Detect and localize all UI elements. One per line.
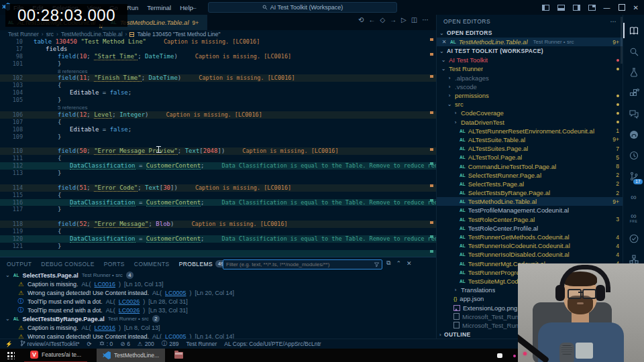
line-number[interactable] [0, 177, 30, 184]
open-in-editor-icon[interactable]: ⧉ [386, 259, 390, 267]
tree-item[interactable]: ⌄AI Test Toolkit [437, 56, 623, 64]
line-number[interactable]: 121 [0, 243, 30, 250]
breadcrumb-part[interactable]: TestMethodLine.Table.al [61, 31, 123, 38]
panel-tab-problems[interactable]: PROBLEMS495 [179, 260, 229, 267]
tree-item[interactable]: ALALTestSuite.Table.al9+ [437, 135, 623, 144]
line-number[interactable] [0, 213, 30, 221]
activity-source-control-icon[interactable]: 17 [623, 166, 644, 186]
line-number[interactable]: 114 [0, 184, 30, 192]
code-line[interactable]: 17fields [0, 46, 436, 53]
line-number[interactable]: 10 [0, 38, 30, 46]
minimize-icon[interactable]: — [604, 4, 610, 11]
sidebar-more-icon[interactable]: ⋯ [610, 18, 617, 25]
code-line[interactable]: 118field(52; "Error Message"; Blob)Capti… [0, 221, 436, 228]
activity-test-flask-icon[interactable] [623, 62, 644, 82]
line-number[interactable]: 112 [0, 162, 30, 170]
tree-item[interactable]: ALTestMethodLine.Table.al9+ [437, 197, 623, 206]
more-actions-icon[interactable]: ⋯ [422, 16, 429, 23]
next-change-icon[interactable]: → [390, 16, 396, 23]
tree-item[interactable]: ›DataDrivenTest [437, 118, 623, 127]
problem-item[interactable]: ⚠Wrong casing detected! Use Content inst… [0, 288, 436, 297]
split-editor-icon[interactable]: ◫ [411, 16, 417, 23]
code-line[interactable]: 116DataClassification = CustomerContent;… [0, 199, 436, 206]
tree-item[interactable]: ALTestRoleCenter.Profile.al [437, 224, 623, 233]
tree-item[interactable]: ALALTestRunnerResetEnvironment.Codeunit.… [437, 127, 623, 135]
line-number[interactable]: 109 [0, 133, 30, 141]
tree-item[interactable]: ALTestProfileManagement.Codeunit.al [437, 206, 623, 215]
problems-filter-input[interactable] [223, 261, 372, 267]
breadcrumb-part[interactable]: src [46, 31, 54, 38]
code-line[interactable] [0, 140, 436, 147]
open-editors-section-header[interactable]: ⌄ OPEN EDITORS [437, 28, 623, 38]
line-number[interactable]: 111 [0, 155, 30, 162]
tree-item[interactable]: ⌄Test Runner [437, 64, 623, 73]
activity-pipelines-fre-icon[interactable]: ∞FRE [623, 207, 644, 228]
filter-icon[interactable] [374, 261, 380, 267]
problem-item[interactable]: ⓘToolTip must end with a dot.AL(LC0026)[… [0, 306, 436, 314]
run-icon[interactable]: ▷ [401, 16, 407, 23]
activity-extensions-icon[interactable] [623, 82, 644, 103]
history-icon[interactable]: ⟲ [358, 16, 364, 23]
tree-item[interactable]: ALTestRunnerIsolDisabled.Codeunit.al4 [437, 250, 623, 259]
problems-filter[interactable] [223, 259, 382, 269]
tree-item[interactable]: ALTestRoleCenter.Page.al3 [437, 215, 623, 224]
code-line[interactable]: 111{ [0, 155, 436, 162]
activity-explorer-icon[interactable] [623, 20, 644, 41]
activity-pipelines-icon[interactable]: ∞ [623, 186, 644, 207]
code-line[interactable]: 101} [0, 60, 436, 68]
codelens-references[interactable]: 8 references [58, 68, 87, 74]
problem-item[interactable]: ⓘToolTip must end with a dot.AL(LC0026)[… [0, 297, 436, 306]
close-icon[interactable]: ✕ [441, 39, 447, 45]
code-line[interactable]: 103{ [0, 82, 436, 89]
problem-code-link[interactable]: LC0026 [119, 298, 140, 305]
code-line[interactable]: 102field(11; "Finish Time"; DateTime)Cap… [0, 74, 436, 82]
panel-tab-debug-console[interactable]: DEBUG CONSOLE [41, 261, 94, 267]
code-line[interactable]: 119{ [0, 228, 436, 235]
prev-change-icon[interactable]: ← [368, 16, 375, 23]
code-line[interactable]: 10table 130450 "Test Method Line"Caption… [0, 38, 436, 46]
open-change-icon[interactable]: ◇ [380, 16, 385, 23]
status-problems-warnings[interactable]: ⚠200 [138, 341, 154, 347]
tree-item[interactable]: ALTestRunnerIsolCodeunit.Codeunit.al4 [437, 241, 623, 250]
line-number[interactable]: 118 [0, 221, 30, 228]
breadcrumb-symbol[interactable]: Table 130450 "Test Method Line" [137, 31, 220, 38]
line-number[interactable]: 108 [0, 126, 30, 133]
tree-item[interactable]: ›permissions [437, 91, 623, 100]
line-number[interactable] [0, 68, 30, 75]
problem-group-header[interactable]: ⌄ALSelectTestsByRange.Page.alTest Runner… [0, 314, 436, 323]
panel-tab-ports[interactable]: PORTS [104, 261, 125, 267]
close-icon[interactable]: ✕ [633, 4, 639, 11]
problem-code-link[interactable]: LC0016 [95, 324, 116, 331]
status-problems-infos[interactable]: ⓘ289 [162, 340, 179, 348]
taskbar-item-vivaldi[interactable]: V Features/ai te... [24, 348, 87, 362]
tree-item[interactable]: ⌄src [437, 100, 623, 109]
line-number[interactable]: 110 [0, 147, 30, 155]
activity-search-icon[interactable] [623, 41, 644, 62]
code-line[interactable]: 112DataClassification = CustomerContent;… [0, 162, 436, 170]
code-line[interactable]: 105} [0, 97, 436, 104]
open-editor-item[interactable]: ✕ AL TestMethodLine.Table.al Test Runner… [437, 38, 623, 46]
menu-terminal[interactable]: Terminal [147, 4, 171, 11]
problem-item[interactable]: ⚠Caption is missing.AL(LC0016)[Ln 10, Co… [0, 280, 436, 288]
code-line[interactable]: 107{ [0, 119, 436, 126]
code-line[interactable]: 121} [0, 243, 436, 250]
tree-item[interactable]: ALSelectTests.Page.al2 [437, 180, 623, 188]
problem-item[interactable]: ⚠Caption is missing.AL(LC0016)[Ln 8, Col… [0, 323, 436, 332]
activity-test-check-icon[interactable] [623, 228, 644, 249]
line-number[interactable]: 101 [0, 60, 30, 68]
overview-ruler[interactable] [430, 38, 434, 257]
line-number[interactable]: 102 [0, 74, 30, 82]
line-number[interactable]: 113 [0, 170, 30, 177]
tree-item[interactable]: ALCommandLineTestTool.Page.al8 [437, 162, 623, 170]
toggle-panel-icon[interactable] [557, 5, 565, 11]
status-git-sync[interactable]: ⟳ [87, 341, 92, 347]
code-line[interactable]: 108Editable = false; [0, 126, 436, 133]
code-line[interactable]: 113} [0, 170, 436, 177]
code-line[interactable]: 8 references [0, 68, 436, 75]
problem-code-link[interactable]: LC0026 [119, 307, 140, 314]
line-number[interactable] [0, 104, 30, 111]
code-line[interactable] [0, 213, 436, 221]
tree-item[interactable]: ALALTestSuites.Page.al7 [437, 144, 623, 153]
problem-code-link[interactable]: LC0016 [95, 281, 116, 288]
maximize-icon[interactable] [619, 4, 625, 11]
